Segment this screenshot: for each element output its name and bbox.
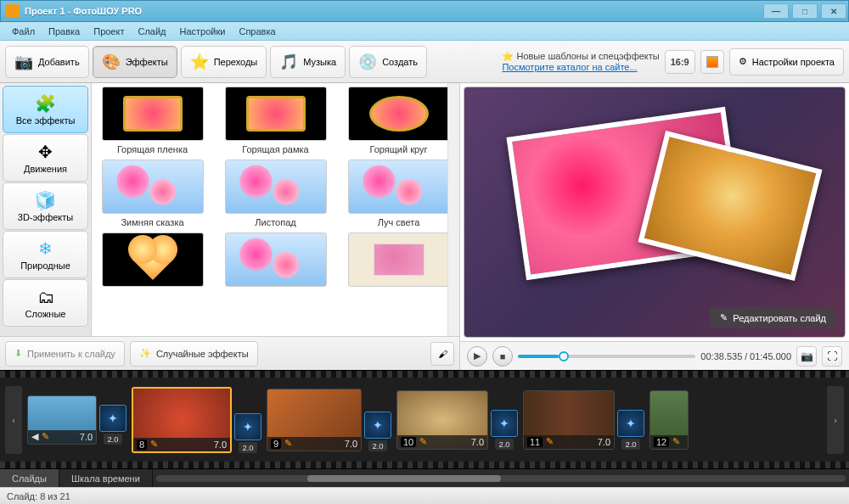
tab-slides[interactable]: Слайды [0, 469, 59, 487]
transition-item[interactable]: ✦2.0 [617, 410, 644, 450]
timeline-prev-button[interactable]: ‹ [5, 386, 22, 454]
slide-thumbnail: 8✎7.0 [132, 387, 232, 453]
down-arrow-icon: ⬇ [14, 348, 22, 359]
music-button[interactable]: 🎵 Музыка [270, 46, 346, 78]
snowflake-icon: ❄ [36, 238, 56, 259]
effect-item[interactable] [218, 232, 333, 290]
close-button[interactable]: ✕ [821, 3, 846, 19]
statusbar: Слайд: 8 из 21 [0, 487, 849, 504]
toolbar: 📷 Добавить 🎨 Эффекты ⭐ Переходы 🎵 Музыка… [0, 41, 849, 83]
music-label: Музыка [303, 57, 336, 67]
menu-project[interactable]: Проект [87, 25, 131, 38]
category-complex[interactable]: 🗂Сложные [3, 279, 88, 327]
effect-label: Горящая пленка [117, 144, 188, 154]
snapshot-button[interactable]: 📷 [796, 346, 817, 367]
menubar: Файл Правка Проект Слайд Настройки Справ… [0, 22, 849, 41]
effects-grid: Горящая пленкаГорящая рамкаГорящий кругЗ… [92, 83, 459, 336]
category-3d[interactable]: 🧊3D-эффекты [3, 182, 88, 230]
effect-thumbnail [102, 87, 204, 141]
timeline-next-button[interactable]: › [827, 386, 844, 454]
fullscreen-button[interactable]: ⛶ [822, 346, 842, 367]
tab-timeline[interactable]: Шкала времени [59, 469, 153, 487]
menu-edit[interactable]: Правка [42, 25, 87, 38]
brush-icon: 🖌 [438, 349, 447, 359]
menu-help[interactable]: Справка [232, 25, 282, 38]
effect-label: Листопад [255, 217, 295, 227]
transition-item[interactable]: ✦2.0 [491, 410, 518, 450]
star-icon: ⭐ [190, 53, 209, 71]
timeline-slide[interactable]: 8✎7.0✦2.0 [132, 387, 261, 453]
promo-link[interactable]: Посмотрите каталог на сайте... [502, 62, 637, 72]
slide-footer: 11✎7.0 [524, 435, 614, 449]
category-all-effects[interactable]: 🧩Все эффекты [3, 86, 88, 133]
effect-item[interactable]: Листопад [218, 160, 333, 227]
minimize-button[interactable]: — [763, 3, 789, 19]
promo-line1: Новые шаблоны и спецэффекты [516, 51, 659, 61]
add-icon: 📷 [14, 53, 33, 71]
effects-label: Эффекты [126, 57, 168, 67]
timeline-slide[interactable]: ◀✎7.0✦2.0 [27, 395, 127, 445]
timeline-slide[interactable]: 12✎ [649, 390, 689, 450]
transition-item[interactable]: ✦2.0 [364, 412, 391, 451]
effect-thumbnail [225, 160, 327, 214]
category-motion[interactable]: ✥Движения [3, 134, 88, 182]
apply-to-slide-button[interactable]: ⬇Применить к слайду [5, 341, 125, 367]
cat-label: 3D-эффекты [18, 212, 73, 222]
timeline-slide[interactable]: 11✎7.0✦2.0 [523, 390, 644, 450]
transitions-button[interactable]: ⭐ Переходы [181, 46, 267, 78]
effect-label: Луч света [378, 217, 420, 227]
play-button[interactable]: ▶ [467, 346, 487, 367]
effect-thumbnail [102, 160, 204, 214]
create-button[interactable]: 💿 Создать [349, 46, 427, 78]
random-effects-button[interactable]: ✨Случайные эффекты [130, 341, 258, 367]
category-nature[interactable]: ❄Природные [3, 231, 88, 278]
time-display: 00:38.535 / 01:45.000 [700, 351, 791, 361]
transitions-label: Переходы [214, 57, 258, 67]
add-button[interactable]: 📷 Добавить [5, 46, 89, 78]
project-settings-button[interactable]: ⚙ Настройки проекта [729, 48, 844, 76]
wand-icon: ✨ [139, 348, 151, 359]
effect-item[interactable]: Зимняя сказка [95, 160, 210, 227]
transition-item[interactable]: ✦2.0 [234, 413, 261, 453]
edit-slide-button[interactable]: ✎Редактировать слайд [710, 307, 836, 328]
layers-icon: 🗂 [36, 287, 56, 307]
slide-footer: ◀✎7.0 [28, 430, 96, 444]
timeline-slide[interactable]: 10✎7.0✦2.0 [396, 390, 518, 450]
aspect-ratio-button[interactable]: 16:9 [665, 50, 695, 74]
transition-thumbnail: ✦ [491, 410, 518, 437]
timeline: ‹ ◀✎7.0✦2.08✎7.0✦2.09✎7.0✦2.010✎7.0✦2.01… [0, 370, 849, 487]
cat-label: Все эффекты [16, 115, 76, 126]
menu-settings[interactable]: Настройки [173, 25, 233, 38]
effect-item[interactable]: Луч света [341, 160, 456, 227]
effect-item[interactable] [341, 232, 456, 290]
effect-item[interactable] [95, 232, 210, 290]
effect-item[interactable]: Горящая пленка [95, 87, 210, 154]
promo-text: ⭐ Новые шаблоны и спецэффекты Посмотрите… [502, 51, 659, 72]
timeline-tabs: Слайды Шкала времени [0, 468, 849, 487]
maximize-button[interactable]: □ [792, 3, 818, 19]
background-button[interactable] [700, 50, 724, 74]
transition-duration: 2.0 [104, 434, 121, 445]
transition-duration: 2.0 [368, 440, 386, 451]
timeline-slide[interactable]: 9✎7.0✦2.0 [267, 389, 391, 451]
effects-scrollbar[interactable] [447, 83, 459, 336]
timeline-horizontal-scroll[interactable] [153, 469, 849, 487]
menu-slide[interactable]: Слайд [131, 25, 172, 38]
slide-thumbnail: 9✎7.0 [267, 389, 362, 451]
slide-footer: 12✎ [650, 435, 688, 449]
main-area: 🧩Все эффекты ✥Движения 🧊3D-эффекты ❄Прир… [0, 83, 849, 370]
fullscreen-icon: ⛶ [827, 350, 837, 362]
brush-button[interactable]: 🖌 [430, 342, 454, 366]
palette-icon: 🎨 [102, 53, 121, 71]
transition-thumbnail: ✦ [99, 405, 127, 432]
effect-item[interactable]: Горящая рамка [218, 87, 333, 154]
effects-button[interactable]: 🎨 Эффекты [93, 46, 177, 78]
apply-label: Применить к слайду [27, 349, 115, 359]
effect-item[interactable]: Горящий круг [341, 87, 456, 154]
transition-thumbnail: ✦ [234, 413, 261, 440]
transition-item[interactable]: ✦2.0 [99, 405, 127, 445]
effects-pane: 🧩Все эффекты ✥Движения 🧊3D-эффекты ❄Прир… [0, 83, 460, 370]
stop-button[interactable]: ■ [492, 346, 513, 367]
menu-file[interactable]: Файл [5, 25, 42, 38]
seek-bar[interactable] [518, 355, 695, 358]
